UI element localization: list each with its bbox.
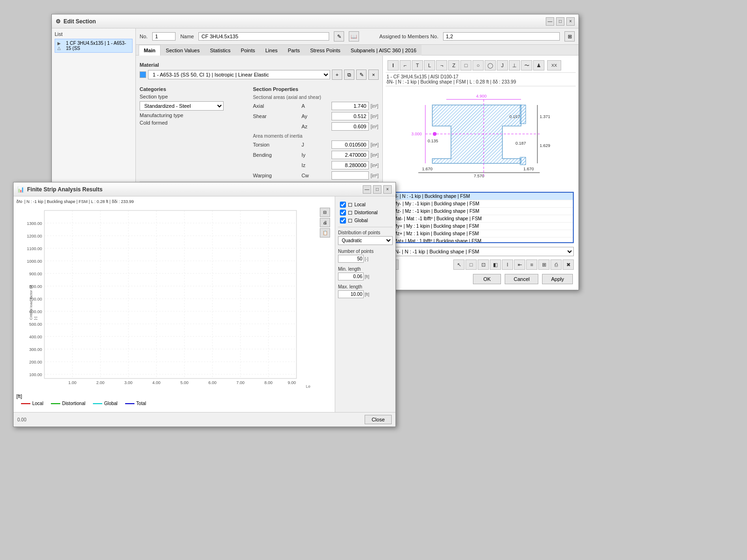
axial-value[interactable] — [331, 102, 369, 110]
bending-y-value[interactable] — [331, 151, 369, 159]
maximize-button[interactable]: □ — [556, 17, 564, 26]
torsion-row: Torsion J [in⁴] — [253, 140, 379, 149]
mode-local-check[interactable] — [340, 202, 346, 208]
shape-xx-btn[interactable]: XX — [547, 60, 561, 70]
tab-subpanels[interactable]: Subpanels | AISC 360 | 2016 — [345, 45, 422, 56]
tab-parts[interactable]: Parts — [283, 45, 305, 56]
shear-y-unit: [in²] — [371, 114, 379, 119]
tab-statistics[interactable]: Statistics — [205, 45, 236, 56]
bt-btn-table[interactable]: ≡ — [526, 259, 537, 270]
shape-Linv-btn[interactable]: ⌐ — [436, 60, 447, 70]
bottom-list-item-3[interactable]: δMat- | Mat : -1 lbfft² | Buckling shape… — [388, 215, 573, 223]
bending-z-value[interactable] — [331, 161, 369, 169]
material-copy-btn[interactable]: ⧉ — [344, 70, 354, 80]
bt-btn-right[interactable]: ⇤ — [514, 259, 525, 270]
shape-L-btn[interactable]: L — [424, 60, 435, 70]
svg-text:200.00: 200.00 — [29, 360, 42, 364]
shear-z-value[interactable] — [331, 122, 369, 131]
fsa-close-button[interactable]: Close — [365, 415, 392, 424]
fsa-close-button[interactable]: × — [383, 185, 392, 194]
chart-export-btn[interactable]: 📋 — [320, 228, 330, 238]
material-add-btn[interactable]: + — [332, 70, 342, 80]
shape-O-btn[interactable]: ○ — [472, 60, 484, 70]
shape-bracket-btn[interactable]: ⌐ — [400, 60, 411, 70]
max-length-input-row: [ft] — [338, 290, 393, 298]
bt-btn-left[interactable]: ◧ — [490, 259, 501, 270]
bt-btn-select[interactable]: □ — [465, 259, 477, 270]
header-row: No. Name ✎ 📖 Assigned to Members No. ⊞ — [136, 28, 578, 45]
apply-button[interactable]: Apply — [542, 274, 573, 284]
tab-points[interactable]: Points — [236, 45, 261, 56]
bt-btn-grid[interactable]: ⊡ — [478, 259, 489, 270]
minimize-button[interactable]: — — [546, 17, 554, 26]
svg-text:0.135: 0.135 — [428, 139, 438, 143]
bottom-list-item-5[interactable]: δMz+ | Mz : 1 kipin | Buckling shape | F… — [388, 230, 573, 238]
shape-wave-btn[interactable]: 〜 — [521, 60, 532, 70]
chart-zoom-btn[interactable]: ⊟ — [320, 208, 330, 217]
section-props-col: Section Properties Sectional areas (axia… — [253, 84, 379, 182]
min-length-input[interactable] — [338, 273, 364, 280]
bt-btn-print[interactable]: ⎙ — [550, 259, 562, 270]
cancel-button[interactable]: Cancel — [505, 274, 538, 284]
shape-T-btn[interactable]: T — [412, 60, 423, 70]
material-select[interactable]: 1 - A653-15 (SS 50, CI 1) | Isotropic | … — [148, 70, 330, 79]
torsion-value[interactable] — [331, 140, 369, 149]
fsa-maximize-button[interactable]: □ — [373, 185, 381, 194]
bottom-list-item-2[interactable]: δMz- | Mz : -1 kipin | Buckling shape | … — [388, 208, 573, 215]
tab-main[interactable]: Main — [139, 45, 161, 56]
mode-distortional-check[interactable] — [340, 210, 346, 216]
y-axis-label: Critical load factor δδ[-] — [29, 285, 37, 320]
bt-btn-center-v[interactable]: I — [502, 259, 513, 270]
name-input[interactable] — [198, 32, 329, 41]
tab-lines[interactable]: Lines — [260, 45, 282, 56]
tab-section-values[interactable]: Section Values — [161, 45, 205, 56]
edit-name-button[interactable]: ✎ — [334, 31, 344, 42]
shape-J-btn[interactable]: J — [497, 60, 508, 70]
shear-z-row: Az [in²] — [253, 122, 379, 131]
bt-btn-x[interactable]: ✖ — [563, 259, 574, 270]
section-icon: ⚙ — [56, 18, 61, 25]
bt-btn-bars[interactable]: ⊞ — [538, 259, 550, 270]
assigned-input[interactable] — [443, 32, 560, 41]
ok-button[interactable]: OK — [473, 274, 501, 284]
section-type-select[interactable]: Standardized - Steel — [140, 101, 224, 111]
bending-z-sym: Iz — [302, 162, 330, 168]
tab-stress-points[interactable]: Stress Points — [305, 45, 345, 56]
bt-btn-cursor[interactable]: ↖ — [453, 259, 465, 270]
material-edit-btn[interactable]: ✎ — [356, 70, 366, 80]
bottom-list-item-0[interactable]: δN- | N : -1 kip | Buckling shape | FSM — [388, 193, 573, 200]
area-moments-header: Area moments of inertia — [253, 133, 379, 139]
bottom-list-item-4[interactable]: δMy+ | My : 1 kipin | Buckling shape | F… — [388, 223, 573, 230]
material-delete-btn[interactable]: × — [368, 70, 379, 80]
svg-rect-16 — [520, 105, 526, 124]
num-points-input-row: [-] — [338, 255, 393, 263]
shape-I-btn[interactable]: I — [388, 60, 399, 70]
shape-pipe-btn[interactable]: ◯ — [485, 60, 496, 70]
no-input[interactable] — [152, 32, 176, 41]
distribution-select[interactable]: Quadratic — [338, 236, 393, 245]
shape-person-btn[interactable]: ♟ — [533, 60, 544, 70]
shape-beam-btn[interactable]: ⊥ — [509, 60, 520, 70]
shear-y-value[interactable] — [331, 112, 369, 120]
close-button[interactable]: × — [566, 17, 575, 26]
bottom-list-item-1[interactable]: δMy- | My : -1 kipin | Buckling shape | … — [388, 200, 573, 208]
chart-print-btn[interactable]: 🖨 — [320, 218, 330, 227]
shape-Z-btn[interactable]: Z — [448, 60, 459, 70]
num-points-input[interactable] — [338, 255, 364, 263]
bottom-list-item-6[interactable]: δMat+ | Mat : 1 lbfft² | Buckling shape … — [388, 238, 573, 243]
fsa-bottom-bar: 0.00 Close — [14, 412, 395, 427]
warping-value[interactable] — [331, 171, 369, 180]
svg-text:1100.00: 1100.00 — [27, 246, 42, 251]
book-button[interactable]: 📖 — [349, 31, 359, 42]
mode-distortional-icon: ◻ — [348, 209, 352, 216]
manufacturing-value: Cold formed — [140, 120, 168, 126]
bottom-dropdown[interactable]: δN- | N : -1 kip | Buckling shape | FSM — [388, 247, 574, 256]
axial-row: Axial A [in²] — [253, 102, 379, 110]
max-length-input[interactable] — [338, 290, 364, 298]
mode-global-check[interactable] — [340, 217, 346, 224]
legend-distortional: Distortional — [51, 401, 85, 406]
assigned-action-button[interactable]: ⊞ — [564, 31, 575, 42]
fsa-minimize-button[interactable]: — — [363, 185, 371, 194]
list-item[interactable]: ▶ △ 1 CF 3HU4.5x135 | 1 - A653-15 (SS — [55, 39, 133, 53]
shape-rect-btn[interactable]: □ — [460, 60, 472, 70]
